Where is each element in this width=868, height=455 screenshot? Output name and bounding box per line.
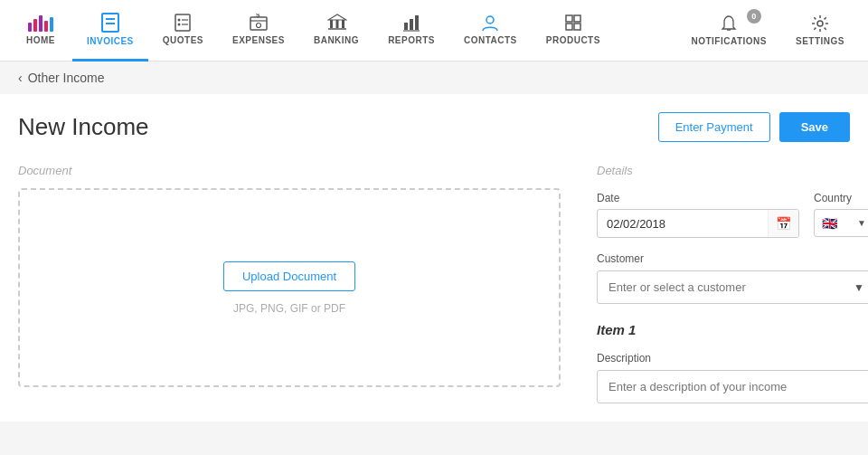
svg-rect-0 [175, 14, 190, 31]
svg-text:$: $ [256, 14, 260, 19]
svg-point-3 [178, 23, 181, 25]
nav-item-reports[interactable]: REPORTS [373, 0, 449, 62]
quotes-icon [174, 14, 192, 32]
svg-point-24 [817, 21, 823, 26]
svg-point-1 [178, 18, 181, 21]
customer-label: Customer [597, 252, 868, 265]
country-group: Country 🇬🇧 GB US DE ▼ [814, 192, 868, 238]
svg-rect-21 [566, 24, 572, 30]
nav-label-home: HOME [26, 35, 55, 45]
description-label: Description [597, 352, 868, 365]
nav-label-reports: REPORTS [388, 35, 435, 45]
nav-label-products: PRODUCTS [546, 35, 600, 45]
enter-payment-button[interactable]: Enter Payment [658, 112, 770, 142]
nav-label-contacts: CONTACTS [464, 35, 517, 45]
document-section-label: Document [18, 164, 561, 177]
nav-label-quotes: QUOTES [163, 35, 203, 45]
breadcrumb-link[interactable]: Other Income [28, 71, 105, 85]
item-title: Item 1 [597, 322, 868, 337]
banking-icon [327, 14, 345, 32]
nav-item-expenses[interactable]: $ EXPENSES [218, 0, 299, 62]
svg-rect-12 [342, 20, 344, 28]
page-header: New Income Enter Payment Save [18, 112, 850, 142]
nav-label-notifications: NOTIFICATIONS [691, 36, 767, 46]
date-group: Date 📅 [597, 192, 799, 238]
description-input[interactable] [597, 370, 868, 403]
nav-item-notifications[interactable]: 0 NOTIFICATIONS [676, 0, 781, 62]
svg-rect-11 [336, 20, 339, 28]
main-content: New Income Enter Payment Save Document U… [0, 94, 868, 422]
svg-rect-20 [574, 15, 580, 22]
customer-select-wrapper[interactable]: ▼ [597, 270, 868, 304]
nav-items: HOME INVOICES QUOTES [9, 0, 676, 62]
notification-icon [720, 14, 738, 33]
document-section: Document Upload Document JPG, PNG, GIF o… [18, 164, 561, 403]
date-country-row: Date 📅 Country 🇬🇧 GB US DE [597, 192, 868, 238]
svg-rect-16 [415, 15, 419, 30]
nav-item-products[interactable]: PRODUCTS [532, 0, 615, 62]
date-label: Date [597, 192, 799, 204]
svg-rect-14 [404, 23, 408, 30]
nav-item-home[interactable]: HOME [9, 0, 72, 62]
upload-area: Upload Document JPG, PNG, GIF or PDF [18, 188, 561, 387]
notifications-badge: 0 [747, 9, 761, 24]
date-input[interactable] [598, 211, 768, 237]
description-group: Description [597, 352, 868, 403]
details-section: Details Date 📅 Country 🇬🇧 GB US [597, 164, 868, 403]
details-section-label: Details [597, 164, 868, 177]
breadcrumb-back-icon: ‹ [18, 71, 23, 85]
svg-rect-22 [574, 24, 580, 30]
page-title: New Income [18, 113, 149, 141]
svg-rect-15 [410, 19, 413, 30]
nav-label-invoices: INVOICES [87, 36, 134, 46]
svg-point-18 [486, 16, 494, 24]
invoices-icon [101, 13, 119, 33]
country-label: Country [814, 192, 868, 204]
products-icon [564, 14, 582, 32]
breadcrumb: ‹ Other Income [0, 62, 868, 94]
reports-icon [402, 14, 420, 32]
top-navigation: HOME INVOICES QUOTES [0, 0, 868, 62]
nav-label-settings: SETTINGS [796, 36, 844, 46]
nav-item-banking[interactable]: BANKING [299, 0, 373, 62]
customer-group: Customer ▼ [597, 252, 868, 304]
svg-rect-19 [566, 15, 572, 22]
settings-icon [811, 14, 829, 33]
contacts-icon [481, 14, 499, 32]
customer-chevron-icon[interactable]: ▼ [854, 281, 868, 294]
nav-right: 0 NOTIFICATIONS SETTINGS [676, 0, 859, 62]
country-flag: 🇬🇧 [822, 216, 837, 231]
country-select-wrapper: 🇬🇧 GB US DE ▼ [814, 209, 868, 237]
customer-input[interactable] [598, 271, 854, 303]
nav-label-banking: BANKING [314, 35, 359, 45]
country-select[interactable]: GB US DE [837, 210, 868, 236]
svg-rect-10 [330, 20, 333, 28]
save-button[interactable]: Save [779, 112, 850, 142]
calendar-icon[interactable]: 📅 [768, 210, 798, 237]
nav-item-invoices[interactable]: INVOICES [72, 0, 148, 62]
header-buttons: Enter Payment Save [658, 112, 850, 142]
svg-point-7 [256, 23, 260, 27]
date-input-wrapper: 📅 [597, 209, 799, 238]
nav-item-settings[interactable]: SETTINGS [781, 0, 859, 62]
nav-label-expenses: EXPENSES [232, 35, 285, 45]
nav-item-quotes[interactable]: QUOTES [148, 0, 218, 62]
upload-hint: JPG, PNG, GIF or PDF [233, 302, 345, 315]
home-icon [28, 14, 53, 32]
expenses-icon: $ [250, 14, 268, 32]
svg-marker-9 [328, 14, 346, 20]
two-column-layout: Document Upload Document JPG, PNG, GIF o… [18, 164, 850, 403]
upload-document-button[interactable]: Upload Document [223, 261, 355, 291]
nav-item-contacts[interactable]: CONTACTS [449, 0, 532, 62]
